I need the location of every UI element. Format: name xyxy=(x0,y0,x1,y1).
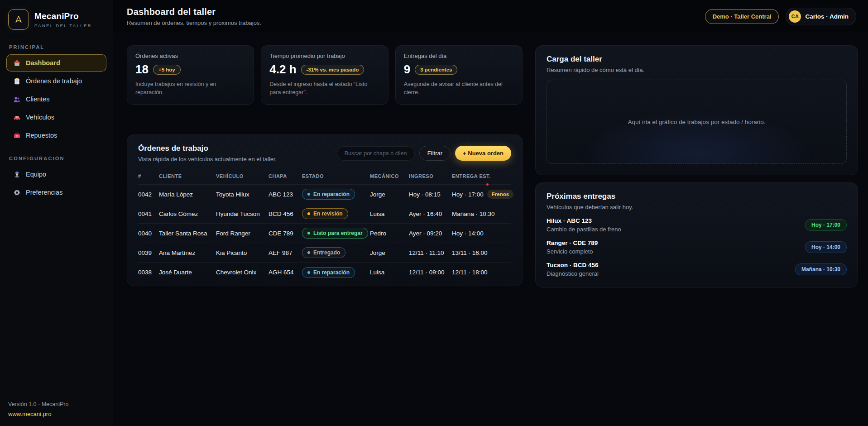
order-mechanic: Pedro xyxy=(370,230,409,237)
table-row[interactable]: 0038 José Duarte Chevrolet Onix AGH 654 … xyxy=(138,263,511,282)
order-checkin: Ayer · 09:20 xyxy=(409,230,452,237)
sidebar-item-ordenes[interactable]: Órdenes de trabajo xyxy=(6,72,106,90)
stat-label: Tiempo promedio por trabajo xyxy=(269,53,379,59)
delivery-service: Servicio completo xyxy=(547,248,598,255)
sidebar-item-repuestos[interactable]: Repuestos xyxy=(6,127,106,144)
section-label-configuracion: CONFIGURACIÓN xyxy=(9,156,104,161)
delivery-service: Diagnóstico general xyxy=(547,270,599,277)
order-client: Taller Santa Rosa xyxy=(159,230,216,237)
order-client: María López xyxy=(159,191,216,198)
col-header-estado: ESTADO xyxy=(302,173,370,179)
right-column: Carga del taller Resumen rápido de cómo … xyxy=(535,45,858,287)
order-vehicle: Toyota Hilux xyxy=(216,191,269,198)
brand-name: MecaniPro xyxy=(34,11,92,21)
col-header-cliente: CLIENTE xyxy=(159,173,216,179)
table-row[interactable]: 0040 Taller Santa Rosa Ford Ranger CDE 7… xyxy=(138,224,511,243)
status-dot xyxy=(307,251,310,254)
order-vehicle: Chevrolet Onix xyxy=(216,269,269,276)
alert-dot xyxy=(486,183,489,186)
orders-panel-header: Órdenes de trabajo Vista rápida de los v… xyxy=(138,144,511,163)
content: Órdenes activas 18 +5 hoy Incluye trabaj… xyxy=(113,33,868,287)
sidebar: MecaniPro PANEL DEL TALLER PRINCIPAL Das… xyxy=(0,0,113,426)
col-header-chapa: CHAPA xyxy=(269,173,302,179)
order-id: 0041 xyxy=(138,211,159,217)
workload-title: Carga del taller xyxy=(547,55,847,64)
table-header-row: # CLIENTE VEHÍCULO CHAPA ESTADO MECÁNICO… xyxy=(138,170,511,185)
mechanic-icon xyxy=(13,170,21,178)
orders-title: Órdenes de trabajo xyxy=(138,144,277,153)
order-delivery: 12/11 · 18:00 xyxy=(452,269,511,276)
table-row[interactable]: 0039 Ana Martínez Kia Picanto AEF 987 En… xyxy=(138,243,511,263)
search-input[interactable] xyxy=(337,146,415,161)
toolbox-icon xyxy=(13,131,21,139)
delivery-vehicle: Ranger · CDE 789 xyxy=(547,239,598,246)
order-client: Ana Martínez xyxy=(159,249,216,256)
page-title: Dashboard del taller xyxy=(127,7,261,17)
order-mechanic: Jorge xyxy=(370,249,409,256)
sidebar-item-equipo[interactable]: Equipo xyxy=(6,166,106,183)
left-column: Órdenes activas 18 +5 hoy Incluye trabaj… xyxy=(127,45,523,287)
sidebar-item-clientes[interactable]: Clientes xyxy=(6,91,106,108)
chart-placeholder-text: Aquí iría el gráfico de trabajos por est… xyxy=(628,119,766,125)
order-plate: CDE 789 xyxy=(269,230,302,237)
service-tag: Frenos xyxy=(487,190,513,199)
order-plate: AGH 654 xyxy=(269,269,302,276)
order-plate: BCD 456 xyxy=(269,211,302,217)
stat-card-ordenes-activas: Órdenes activas 18 +5 hoy Incluye trabaj… xyxy=(127,45,254,105)
house-icon xyxy=(13,59,21,67)
chart-placeholder: Aquí iría el gráfico de trabajos por est… xyxy=(547,80,847,164)
order-checkin: 12/11 · 11:10 xyxy=(409,249,452,256)
delivery-time-badge: Hoy · 17:00 xyxy=(805,219,847,231)
order-vehicle: Hyundai Tucson xyxy=(216,211,269,217)
deliveries-panel: Próximas entregas Vehículos que deberían… xyxy=(535,182,858,287)
sidebar-item-dashboard[interactable]: Dashboard xyxy=(6,54,106,72)
order-vehicle: Ford Ranger xyxy=(216,230,269,237)
order-plate: ABC 123 xyxy=(269,191,302,198)
order-checkin: Ayer · 16:40 xyxy=(409,211,452,217)
workspace-badge: Demo · Taller Central xyxy=(705,9,779,24)
status-badge: Listo para entregar xyxy=(302,228,368,239)
delivery-item: Tucson · BCD 456 Diagnóstico general Mañ… xyxy=(547,262,847,277)
stat-badge: +5 hoy xyxy=(153,65,181,75)
order-delivery: Hoy · 17:00 Frenos xyxy=(452,190,513,199)
section-label-principal: PRINCIPAL xyxy=(9,44,104,50)
brand: MecaniPro PANEL DEL TALLER xyxy=(6,8,106,33)
order-mechanic: Luisa xyxy=(370,211,409,217)
config-nav: Equipo Preferencias xyxy=(6,166,106,201)
sidebar-item-label: Vehículos xyxy=(26,114,54,121)
table-row[interactable]: 0041 Carlos Gómez Hyundai Tucson BCD 456… xyxy=(138,204,511,224)
new-order-button[interactable]: + Nueva orden xyxy=(455,146,511,161)
workload-panel: Carga del taller Resumen rápido de cómo … xyxy=(535,45,858,175)
order-delivery: Hoy · 14:00 xyxy=(452,230,511,237)
status-dot xyxy=(307,212,310,215)
filter-button[interactable]: Filtrar xyxy=(419,146,451,161)
orders-subtitle: Vista rápida de los vehículos actualment… xyxy=(138,156,277,163)
version-text: Versión 1.0 · MecaniPro xyxy=(8,401,68,407)
order-delivery: Mañana · 10:30 xyxy=(452,211,511,217)
website-link[interactable]: www.mecani.pro xyxy=(8,411,51,417)
sidebar-item-label: Equipo xyxy=(26,171,46,178)
header-actions: Demo · Taller Central CA Carlos · Admin xyxy=(705,8,856,25)
stat-note: Asegurate de avisar al cliente antes del… xyxy=(404,80,514,96)
sidebar-item-label: Repuestos xyxy=(26,132,57,139)
order-client: Carlos Gómez xyxy=(159,211,216,217)
sidebar-item-preferencias[interactable]: Preferencias xyxy=(6,184,106,201)
orders-panel: Órdenes de trabajo Vista rápida de los v… xyxy=(127,134,523,286)
user-menu[interactable]: CA Carlos · Admin xyxy=(786,8,856,25)
stat-card-entregas-dia: Entregas del día 9 3 pendientes Asegurat… xyxy=(395,45,523,105)
order-checkin: Hoy · 08:15 xyxy=(409,191,452,198)
stat-label: Entregas del día xyxy=(404,53,514,59)
sidebar-item-label: Órdenes de trabajo xyxy=(26,77,82,85)
table-row[interactable]: 0042 María López Toyota Hilux ABC 123 En… xyxy=(138,185,511,204)
stat-label: Órdenes activas xyxy=(135,53,245,59)
people-icon xyxy=(13,95,21,103)
header-titles: Dashboard del taller Resumen de órdenes,… xyxy=(127,7,261,26)
orders-table: # CLIENTE VEHÍCULO CHAPA ESTADO MECÁNICO… xyxy=(138,170,511,282)
stat-note: Incluye trabajos en revisión y en repara… xyxy=(135,80,245,96)
order-id: 0042 xyxy=(138,191,159,198)
workload-subtitle: Resumen rápido de cómo está el día. xyxy=(547,67,847,73)
sidebar-item-vehiculos[interactable]: Vehículos xyxy=(6,109,106,126)
arrow-logo-icon xyxy=(8,9,29,30)
sidebar-footer: Versión 1.0 · MecaniPro www.mecani.pro xyxy=(8,401,68,418)
main-area: Dashboard del taller Resumen de órdenes,… xyxy=(113,0,868,426)
